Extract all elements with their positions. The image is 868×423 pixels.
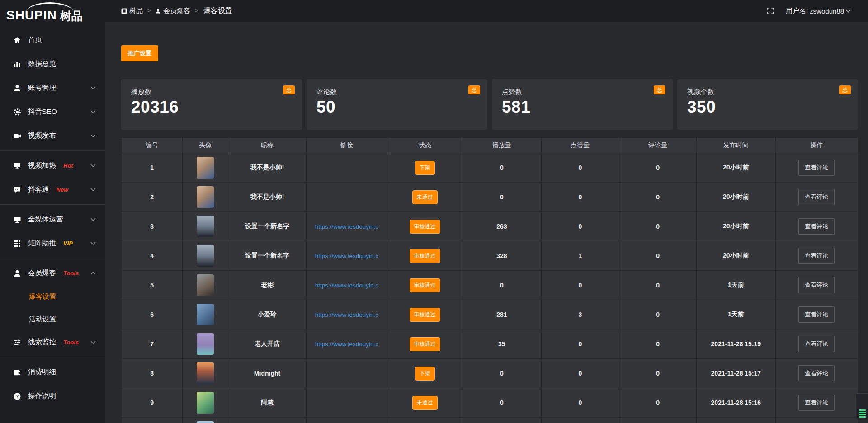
cell-likes: 0 xyxy=(541,212,619,241)
avatar xyxy=(197,392,214,414)
cell-comments: 0 xyxy=(619,329,697,359)
grid-icon xyxy=(13,240,22,248)
view-comments-button[interactable]: 查看评论 xyxy=(798,365,835,381)
sidebar-item-label: 消费明细 xyxy=(28,367,56,377)
cell-nickname: 老人开店 xyxy=(228,329,307,359)
sidebar-item-video-publish[interactable]: 视频发布 xyxy=(0,124,105,148)
cell-no: 6 xyxy=(122,300,183,329)
cell-publish-time: 2021-11-28 15:17 xyxy=(697,359,775,388)
widget-level-bar xyxy=(859,416,866,418)
cell-avatar xyxy=(183,388,228,418)
cell-actions: 查看评论 xyxy=(775,300,858,329)
sidebar-item-member-baoke[interactable]: 会员爆客 Tools xyxy=(0,261,105,285)
video-link[interactable]: https://www.iesdouyin.c xyxy=(315,311,378,318)
cell-actions: 查看评论 xyxy=(775,153,858,183)
view-comments-button[interactable]: 查看评论 xyxy=(798,218,835,235)
status-badge[interactable]: 审核通过 xyxy=(410,220,440,234)
stat-label: 视频个数 xyxy=(687,88,848,96)
sidebar-item-clue-monitor[interactable]: 线索监控 Tools xyxy=(0,330,105,354)
sidebar: SHUPIN 树品 首页 数据总览 账号管理 抖音SEO 视频发布 xyxy=(0,0,105,423)
cell-link xyxy=(306,418,387,423)
status-badge[interactable]: 未通过 xyxy=(412,396,438,410)
cell-avatar xyxy=(183,271,228,300)
cell-status: 审核通过 xyxy=(387,271,462,300)
avatar xyxy=(197,421,214,423)
sidebar-item-home[interactable]: 首页 xyxy=(0,28,105,52)
chevron-down-icon xyxy=(90,86,96,89)
avatar xyxy=(197,274,214,296)
cell-comments: 0 xyxy=(619,183,697,212)
view-comments-button[interactable]: 查看评论 xyxy=(798,160,835,176)
breadcrumb: 树品 > 会员爆客 > 爆客设置 xyxy=(121,6,232,16)
sidebar-item-label: 矩阵助推 xyxy=(28,239,56,248)
table-row: 7 老人开店 https://www.iesdouyin.c 审核通过 35 0… xyxy=(122,329,858,359)
cell-status xyxy=(387,418,462,423)
status-badge[interactable]: 下架 xyxy=(415,161,435,175)
fullscreen-icon[interactable] xyxy=(767,7,774,14)
video-link[interactable]: https://www.iesdouyin.c xyxy=(315,341,378,348)
sidebar-item-activity-settings[interactable]: 活动设置 xyxy=(0,308,105,330)
sidebar-subitem-label: 爆客设置 xyxy=(29,292,56,301)
cell-likes: 3 xyxy=(541,300,619,329)
view-comments-button[interactable]: 查看评论 xyxy=(798,248,835,264)
table-header-row: 编号 头像 昵称 链接 状态 播放量 点赞量 评论量 发布时间 操作 xyxy=(122,138,858,153)
col-header-nickname: 昵称 xyxy=(228,138,307,153)
sidebar-item-operation-guide[interactable]: ? 操作说明 xyxy=(0,384,105,408)
cell-plays: 328 xyxy=(462,241,541,271)
promo-settings-button[interactable]: 推广设置 xyxy=(121,45,158,61)
status-badge[interactable]: 审核通过 xyxy=(410,337,440,351)
view-comments-button[interactable]: 查看评论 xyxy=(798,277,835,293)
sidebar-menu: 首页 数据总览 账号管理 抖音SEO 视频发布 视频加热 Hot xyxy=(0,23,105,408)
sidebar-item-label: 视频加热 xyxy=(28,161,56,170)
table-row: 2 我不是小帅! 未通过 0 0 0 20小时前 查看评论 xyxy=(122,183,858,212)
view-comments-button[interactable]: 查看评论 xyxy=(798,395,835,411)
cell-status: 下架 xyxy=(387,153,462,183)
video-camera-icon xyxy=(13,132,22,140)
vip-tag: VIP xyxy=(63,240,73,247)
breadcrumb-home[interactable]: 树品 xyxy=(121,7,143,15)
cell-comments xyxy=(619,418,697,423)
sidebar-item-douketong[interactable]: 抖客通 New xyxy=(0,178,105,202)
stat-card-likes: 点赞数 581 总 xyxy=(492,79,673,130)
sidebar-item-matrix-boost[interactable]: 矩阵助推 VIP xyxy=(0,231,105,255)
cell-link xyxy=(306,359,387,388)
stat-cards: 播放数 20316 总 评论数 50 总 点赞数 581 总 视频个数 350 … xyxy=(121,79,858,130)
main-content: 推广设置 播放数 20316 总 评论数 50 总 点赞数 581 总 视频个数… xyxy=(105,22,868,423)
sidebar-item-video-heat[interactable]: 视频加热 Hot xyxy=(0,154,105,178)
bar-chart-icon xyxy=(13,60,22,68)
view-comments-button[interactable]: 查看评论 xyxy=(798,336,835,352)
app-logo[interactable]: SHUPIN 树品 xyxy=(0,0,105,23)
sidebar-item-account[interactable]: 账号管理 xyxy=(0,76,105,100)
breadcrumb-section[interactable]: 会员爆客 xyxy=(155,7,190,15)
chat-bubble-icon xyxy=(13,186,22,194)
user-menu[interactable]: 用户名: zswodun88 xyxy=(786,7,851,15)
question-circle-icon: ? xyxy=(13,392,22,400)
col-header-likes: 点赞量 xyxy=(541,138,619,153)
sidebar-item-media-operation[interactable]: 全媒体运营 xyxy=(0,207,105,231)
app-square-icon xyxy=(121,8,127,14)
total-badge: 总 xyxy=(654,85,665,94)
floating-widget[interactable] xyxy=(856,393,868,420)
cell-actions: 查看评论 xyxy=(775,329,858,359)
status-badge[interactable]: 审核通过 xyxy=(410,278,440,292)
sidebar-item-douyin-seo[interactable]: 抖音SEO xyxy=(0,100,105,124)
cell-status: 未通过 xyxy=(387,183,462,212)
view-comments-button[interactable]: 查看评论 xyxy=(798,306,835,323)
cell-nickname: 设置一个新名字 xyxy=(228,241,307,271)
view-comments-button[interactable]: 查看评论 xyxy=(798,189,835,205)
cell-publish-time: 20小时前 xyxy=(697,153,775,183)
cell-link: https://www.iesdouyin.c xyxy=(306,329,387,359)
video-link[interactable]: https://www.iesdouyin.c xyxy=(315,253,378,259)
status-badge[interactable]: 审核通过 xyxy=(410,249,440,263)
cell-plays: 263 xyxy=(462,212,541,241)
sidebar-item-consume-detail[interactable]: 消费明细 xyxy=(0,360,105,384)
sidebar-item-data-overview[interactable]: 数据总览 xyxy=(0,52,105,76)
sidebar-item-baoke-settings[interactable]: 爆客设置 xyxy=(0,285,105,308)
status-badge[interactable]: 下架 xyxy=(415,367,435,381)
video-link[interactable]: https://www.iesdouyin.c xyxy=(315,282,378,289)
status-badge[interactable]: 未通过 xyxy=(412,190,438,204)
video-link[interactable]: https://www.iesdouyin.c xyxy=(315,223,378,230)
status-badge[interactable]: 审核通过 xyxy=(410,308,440,322)
menu-divider xyxy=(0,204,105,205)
cell-link: https://www.iesdouyin.c xyxy=(306,271,387,300)
